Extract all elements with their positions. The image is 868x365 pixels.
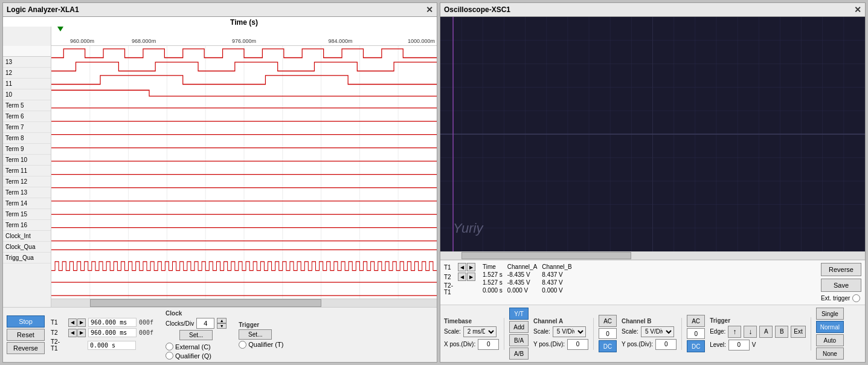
none-button[interactable]: None: [816, 347, 844, 360]
chb-ac-button[interactable]: AC: [687, 315, 705, 327]
cha-dc-value[interactable]: [599, 328, 617, 339]
oscilloscope-title: Oscilloscope-XSC1: [444, 5, 510, 14]
ba-button[interactable]: B/A: [509, 334, 529, 346]
measurements-table: Time Channel_A Channel_B 1.527 s -8.435 …: [480, 263, 574, 294]
osc-grid-svg: Yuriy: [440, 17, 865, 251]
signals-display: [51, 46, 437, 299]
clock-set-button[interactable]: Set...: [179, 330, 213, 340]
signal-label-clock-qua: Clock_Qua: [3, 242, 51, 253]
t2-osc-arrows[interactable]: ◀ ▶: [458, 273, 475, 281]
logic-analyzer-window: Logic Analyzer-XLA1 ✕ Time (s) 13 12 11 …: [2, 2, 437, 363]
clocks-div-spinners[interactable]: ▲ ▼: [217, 318, 227, 329]
qualifier-q-radio[interactable]: Qualifier (Q): [166, 352, 227, 360]
stop-button[interactable]: Stop: [7, 315, 45, 328]
yt-button[interactable]: Y/T: [509, 308, 529, 320]
signal-label-term5: Term 5: [3, 100, 51, 111]
timebase-xpos-label: X pos.(Div):: [444, 341, 475, 347]
time-label-984: 984.000m: [328, 38, 352, 44]
logic-analyzer-title: Logic Analyzer-XLA1: [7, 5, 79, 14]
add-button[interactable]: Add: [509, 321, 529, 333]
meas-cha-col: Channel_A: [505, 263, 539, 271]
timebase-xpos-input[interactable]: [478, 339, 499, 350]
oscilloscope-window: Oscilloscope-XSC1 ✕: [440, 2, 866, 363]
logic-analyzer-titlebar: Logic Analyzer-XLA1 ✕: [3, 3, 437, 17]
osc-scrollbar[interactable]: [440, 251, 865, 260]
rise-edge-button[interactable]: ↑: [728, 326, 741, 338]
time-axis-label: Time (s): [3, 17, 437, 27]
timebase-scale-select[interactable]: 2 ms/Div: [463, 326, 497, 337]
osc-reverse-button[interactable]: Reverse: [821, 263, 861, 276]
cha-scale-label: Scale:: [533, 328, 550, 335]
cha-ypos-input[interactable]: [567, 339, 588, 350]
qualifier-q-radio-input[interactable]: [166, 352, 173, 360]
channel-a-section: Channel A Scale: 5 V/Div Y pos.(Div):: [533, 318, 594, 350]
osc-main-controls: Timebase Scale: 2 ms/Div X pos.(Div): Y/…: [440, 305, 865, 362]
ext-trigger-radio[interactable]: [852, 294, 860, 302]
clocks-div-label: Clocks/Div: [166, 320, 194, 327]
t1-label: T1: [51, 319, 66, 326]
signal-label-term16: Term 16: [3, 220, 51, 231]
external-c-radio[interactable]: External (C): [166, 343, 227, 350]
la-scrollbar[interactable]: [51, 299, 437, 307]
ab-button[interactable]: A/B: [509, 347, 529, 360]
clocks-div-down[interactable]: ▼: [217, 323, 227, 329]
reverse-button[interactable]: Reverse: [7, 342, 45, 354]
t2-nav-arrows[interactable]: ◀ ▶: [68, 329, 86, 337]
trigger-set-button[interactable]: Set...: [239, 329, 272, 340]
t1-nav-arrows[interactable]: ◀ ▶: [68, 318, 86, 327]
ext-trigger-row: Ext. trigger: [821, 294, 861, 302]
signal-area: 960.000m 968.000m 976.000m 984.000m 1000…: [51, 27, 437, 307]
logic-analyzer-close[interactable]: ✕: [426, 5, 433, 15]
osc-save-button[interactable]: Save: [821, 279, 861, 292]
chb-scale-select[interactable]: 5 V/Div: [641, 326, 674, 337]
cha-coupling-section: AC DC: [599, 315, 617, 352]
signal-label-term9: Term 9: [3, 144, 51, 155]
trig-b-button[interactable]: B: [775, 326, 788, 338]
t2-osc-next[interactable]: ▶: [467, 273, 475, 281]
t2-osc-label: T2: [444, 274, 456, 280]
signals-svg: [51, 46, 437, 299]
auto-button[interactable]: Auto: [816, 334, 844, 346]
t1-osc-prev[interactable]: ◀: [458, 263, 466, 271]
cha-ac-button[interactable]: AC: [599, 315, 617, 327]
cha-scale-select[interactable]: 5 V/Div: [553, 326, 586, 337]
t2-next[interactable]: ▶: [77, 329, 86, 337]
reset-button[interactable]: Reset: [7, 329, 45, 341]
fall-edge-button[interactable]: ↓: [744, 326, 757, 338]
signal-label-term11: Term 11: [3, 166, 51, 176]
trigger-level-input[interactable]: [728, 340, 750, 350]
clock-section: Clock Clocks/Div ▲ ▼ Set...: [166, 310, 227, 360]
svg-text:Yuriy: Yuriy: [453, 221, 484, 236]
signal-label-term7: Term 7: [3, 122, 51, 133]
clocks-div-input[interactable]: [196, 318, 214, 329]
cha-dc-button[interactable]: DC: [599, 340, 617, 352]
t2-hex: 000f: [139, 329, 153, 336]
trig-ext-button[interactable]: Ext: [791, 326, 805, 338]
qualifier-t-radio[interactable]: Qualifier (T): [239, 341, 283, 349]
t1-prev[interactable]: ◀: [68, 318, 77, 327]
t2-label: T2: [51, 329, 66, 336]
qualifier-t-radio-input[interactable]: [239, 341, 246, 349]
external-c-radio-input[interactable]: [166, 343, 173, 350]
t1-osc-arrows[interactable]: ◀ ▶: [458, 263, 475, 271]
meas-t2-chb: 8.437 V: [539, 279, 574, 286]
chb-dc-button[interactable]: DC: [687, 340, 705, 352]
trigger-osc-label: Trigger: [710, 317, 806, 324]
trigger-section: Trigger Set... Qualifier (T): [239, 321, 283, 349]
chb-ypos-input[interactable]: [655, 339, 677, 350]
t2-osc-prev[interactable]: ◀: [458, 273, 466, 281]
t2-prev[interactable]: ◀: [68, 329, 77, 337]
trig-a-button[interactable]: A: [759, 326, 773, 338]
chb-dc-value[interactable]: [687, 328, 705, 339]
chb-coupling-section: AC DC: [687, 315, 705, 352]
t1-time: 960.000 ms: [88, 318, 137, 327]
t1-next[interactable]: ▶: [77, 318, 86, 327]
normal-button[interactable]: Normal: [816, 321, 844, 333]
oscilloscope-close[interactable]: ✕: [854, 5, 861, 15]
timebase-label: Timebase: [444, 318, 499, 325]
clocks-div-up[interactable]: ▲: [217, 318, 227, 323]
timebase-scale-label: Scale:: [444, 328, 461, 335]
trigger-label: Trigger: [239, 321, 283, 328]
single-button[interactable]: Single: [816, 308, 844, 320]
t1-osc-next[interactable]: ▶: [467, 263, 475, 271]
